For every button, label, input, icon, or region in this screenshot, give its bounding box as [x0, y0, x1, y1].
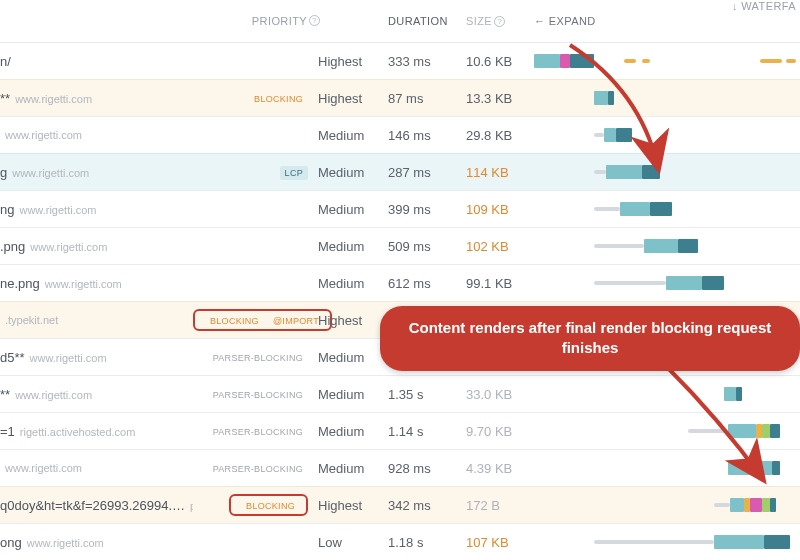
- request-name: q0doy&ht=tk&f=26993.26994.…p.typekit.net: [0, 498, 193, 513]
- request-priority: Low: [318, 535, 384, 550]
- request-name: www.rigetti.com: [0, 129, 193, 141]
- request-size: 10.6 KB: [462, 54, 534, 69]
- header-waterfall[interactable]: ↓ WATERFA: [596, 0, 800, 42]
- request-size: 4.39 KB: [462, 461, 534, 476]
- waterfall-cell: [534, 154, 800, 190]
- request-priority: Medium: [318, 350, 384, 365]
- request-tags: BLOCKING@IMPORT: [193, 309, 318, 331]
- waterfall-cell: [534, 265, 800, 301]
- request-size: 29.8 KB: [462, 128, 534, 143]
- header-duration[interactable]: DURATION: [384, 15, 462, 27]
- request-size: 13.3 KB: [462, 91, 534, 106]
- request-name: =1rigetti.activehosted.com: [0, 424, 193, 439]
- request-name: ne.pngwww.rigetti.com: [0, 276, 193, 291]
- request-size: 99.1 KB: [462, 276, 534, 291]
- request-name: **www.rigetti.com: [0, 387, 193, 402]
- request-name: www.rigetti.com: [0, 462, 193, 474]
- request-duration: 612 ms: [384, 276, 462, 291]
- request-priority: Medium: [318, 276, 384, 291]
- request-row[interactable]: n/Highest333 ms10.6 KB: [0, 42, 800, 79]
- request-priority: Medium: [318, 387, 384, 402]
- request-tags: LCP: [193, 164, 318, 180]
- request-size: 172 B: [462, 498, 534, 513]
- tag-blocking: BLOCKING: [249, 92, 308, 106]
- request-rows: n/Highest333 ms10.6 KB**www.rigetti.comB…: [0, 42, 800, 560]
- request-name: .typekit.net: [0, 314, 193, 326]
- waterfall-cell: [534, 191, 800, 227]
- waterfall-cell: [534, 376, 800, 412]
- request-tags: PARSER-BLOCKING: [193, 349, 318, 365]
- help-icon[interactable]: ?: [309, 15, 320, 26]
- request-row[interactable]: ongwww.rigetti.comLow1.18 s107 KB: [0, 523, 800, 560]
- request-priority: Medium: [318, 461, 384, 476]
- request-duration: 342 ms: [384, 498, 462, 513]
- tag-parser_blocking: PARSER-BLOCKING: [208, 425, 308, 439]
- request-row[interactable]: q0doy&ht=tk&f=26993.26994.…p.typekit.net…: [0, 486, 800, 523]
- annotation-highlight-box: BLOCKING: [229, 494, 308, 516]
- help-icon[interactable]: ?: [494, 16, 505, 27]
- request-row[interactable]: www.rigetti.comMedium146 ms29.8 KB: [0, 116, 800, 153]
- request-name: **www.rigetti.com: [0, 91, 193, 106]
- request-tags: PARSER-BLOCKING: [193, 386, 318, 402]
- request-tags: PARSER-BLOCKING: [193, 423, 318, 439]
- request-row[interactable]: ne.pngwww.rigetti.comMedium612 ms99.1 KB: [0, 264, 800, 301]
- request-size: 107 KB: [462, 535, 534, 550]
- tag-blocking: BLOCKING: [241, 499, 300, 513]
- waterfall-cell: [534, 450, 800, 486]
- request-duration: 333 ms: [384, 54, 462, 69]
- header-priority[interactable]: PRIORITY?: [0, 15, 326, 27]
- request-priority: Highest: [318, 91, 384, 106]
- request-size: 114 KB: [462, 165, 534, 180]
- request-priority: Highest: [318, 498, 384, 513]
- request-tags: BLOCKING: [193, 90, 318, 106]
- request-size: 109 KB: [462, 202, 534, 217]
- request-priority: Highest: [318, 54, 384, 69]
- request-name: d5**www.rigetti.com: [0, 350, 193, 365]
- tag-lcp: LCP: [280, 166, 308, 180]
- request-name: .pngwww.rigetti.com: [0, 239, 193, 254]
- request-duration: 287 ms: [384, 165, 462, 180]
- annotation-highlight-box: BLOCKING@IMPORT: [193, 309, 332, 331]
- request-duration: 509 ms: [384, 239, 462, 254]
- request-priority: Medium: [318, 128, 384, 143]
- request-duration: 399 ms: [384, 202, 462, 217]
- waterfall-cell: [534, 80, 800, 116]
- request-duration: 1.18 s: [384, 535, 462, 550]
- request-tags: BLOCKING: [193, 494, 318, 516]
- request-priority: Highest: [318, 313, 384, 328]
- request-duration: 1.35 s: [384, 387, 462, 402]
- request-row[interactable]: **www.rigetti.comPARSER-BLOCKINGMedium1.…: [0, 375, 800, 412]
- expand-toggle[interactable]: ← EXPAND: [528, 15, 596, 27]
- network-waterfall-panel: PRIORITY? DURATION SIZE? ← EXPAND ↓ WATE…: [0, 0, 800, 560]
- table-header: PRIORITY? DURATION SIZE? ← EXPAND ↓ WATE…: [0, 0, 800, 42]
- request-row[interactable]: www.rigetti.comPARSER-BLOCKINGMedium928 …: [0, 449, 800, 486]
- request-duration: 928 ms: [384, 461, 462, 476]
- request-row[interactable]: .pngwww.rigetti.comMedium509 ms102 KB: [0, 227, 800, 264]
- waterfall-cell: [534, 487, 800, 523]
- request-duration: 87 ms: [384, 91, 462, 106]
- tag-parser_blocking: PARSER-BLOCKING: [208, 462, 308, 476]
- tag-blocking: BLOCKING: [205, 314, 264, 328]
- waterfall-cell: [534, 524, 800, 560]
- request-priority: Medium: [318, 239, 384, 254]
- waterfall-cell: [534, 413, 800, 449]
- request-name: n/: [0, 54, 193, 69]
- request-size: 33.0 KB: [462, 387, 534, 402]
- request-size: 9.70 KB: [462, 424, 534, 439]
- waterfall-cell: [534, 228, 800, 264]
- request-row[interactable]: **www.rigetti.comBLOCKINGHighest87 ms13.…: [0, 79, 800, 116]
- request-duration: 1.14 s: [384, 424, 462, 439]
- request-name: ngwww.rigetti.com: [0, 202, 193, 217]
- tag-parser_blocking: PARSER-BLOCKING: [208, 351, 308, 365]
- request-tags: PARSER-BLOCKING: [193, 460, 318, 476]
- request-duration: 146 ms: [384, 128, 462, 143]
- request-row[interactable]: ngwww.rigetti.comMedium399 ms109 KB: [0, 190, 800, 227]
- waterfall-cell: [534, 117, 800, 153]
- request-size: 102 KB: [462, 239, 534, 254]
- request-row[interactable]: gwww.rigetti.comLCPMedium287 ms114 KB: [0, 153, 800, 190]
- request-priority: Medium: [318, 165, 384, 180]
- request-row[interactable]: =1rigetti.activehosted.comPARSER-BLOCKIN…: [0, 412, 800, 449]
- header-size[interactable]: SIZE?: [462, 15, 528, 28]
- request-priority: Medium: [318, 424, 384, 439]
- request-name: ongwww.rigetti.com: [0, 535, 193, 550]
